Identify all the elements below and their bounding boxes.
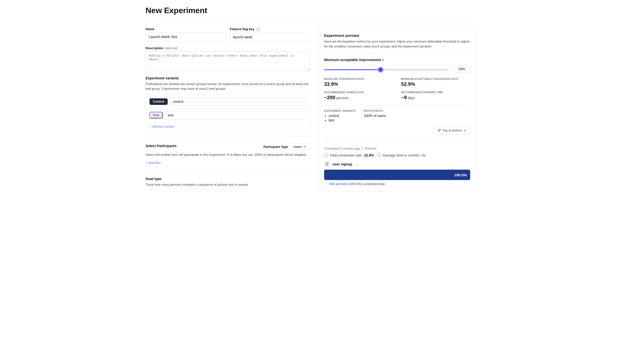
stats-row: i Total conversion rate: 33.9% i Average…: [324, 153, 470, 157]
avg-time-label: Average time to convert:: [383, 153, 420, 157]
sample-size-metric: RECOMMENDED SAMPLE SIZE ~200 persons: [324, 91, 393, 100]
baseline-conversion-label: BASELINE CONVERSION RATE: [324, 78, 393, 80]
add-filter-button[interactable]: + Add filter: [146, 161, 161, 165]
baseline-conversion-value: 33.9%: [324, 81, 393, 87]
sort-chevron-icon: [464, 129, 466, 132]
variants-box: Control Test + Add test variant: [146, 95, 310, 131]
funnel-persons: 310 persons: [329, 182, 348, 186]
participants-preview-value: 100% of users: [364, 114, 386, 118]
participants-preview-label: PARTICIPANTS: [364, 110, 386, 112]
test-row: Test: [146, 109, 310, 122]
funnel-bar: 100.0%: [324, 170, 470, 180]
running-time-label: RECOMMENDED RUNNING TIME: [401, 91, 470, 94]
total-conversion-label: Total conversion rate:: [330, 153, 363, 157]
min-acceptable-metric: MINIMUM ACCEPTABLE CONVERSION RATE 52.9%: [401, 78, 470, 87]
goal-type-desc: Track how many persons complete a sequen…: [146, 182, 310, 187]
baseline-conversion-metric: BASELINE CONVERSION RATE 33.9%: [324, 78, 393, 87]
goal-section: Goal type Track how many persons complet…: [146, 177, 310, 187]
variant-control-item: control: [329, 114, 356, 118]
slider-row: 19%: [324, 65, 470, 73]
funnel-name: user signup: [333, 162, 352, 166]
slider-value: 19%: [453, 65, 470, 73]
control-input[interactable]: [170, 97, 306, 106]
test-input[interactable]: [165, 111, 306, 119]
title-divider: [146, 21, 476, 21]
sort-row: Top to bottom: [324, 127, 470, 134]
goal-type-title: Goal type: [146, 177, 310, 181]
variants-preview-label: EXPERIMENT VARIANTS: [324, 110, 356, 112]
name-group: Name: [146, 27, 226, 41]
description-group: Description (optional): [146, 46, 310, 71]
funnel-header: 1 user signup ...: [324, 161, 470, 167]
min-acceptable-label: MINIMUM ACCEPTABLE CONVERSION RATE: [401, 78, 470, 80]
step-badge: 1: [324, 161, 330, 167]
filter-icon: [438, 129, 441, 132]
participants-divider: [146, 171, 310, 171]
participant-type-group: Participant Type Users: [263, 143, 310, 150]
arrow-icon: →: [324, 182, 327, 186]
participants-desc: Select the entities who will participate…: [146, 152, 310, 157]
variants-desc: Participants are divided into variant gr…: [146, 82, 310, 91]
variants-participants-row: EXPERIMENT VARIANTS control test PARTICI…: [324, 110, 470, 123]
chevron-down-icon: [303, 145, 306, 148]
sample-size-value: ~200 persons: [324, 95, 393, 100]
variant-test-item: test: [329, 118, 356, 122]
select-participants-title: Select Participants: [146, 144, 177, 148]
left-panel: Name Feature flag key i Description (opt…: [146, 27, 310, 191]
running-time-value: ~9 days: [401, 95, 470, 100]
add-variant-row: + Add test variant: [146, 122, 310, 131]
control-row: Control: [146, 95, 310, 109]
computed-row: Computed 2 minutes ago • Refresh: [324, 147, 470, 150]
avg-time-value: 0s: [422, 153, 426, 157]
sample-size-label: RECOMMENDED SAMPLE SIZE: [324, 91, 393, 94]
feature-flag-input[interactable]: [230, 33, 310, 41]
avg-time-info-icon[interactable]: i: [377, 153, 381, 157]
improvement-info-icon[interactable]: i: [383, 58, 384, 62]
funnel-completed: completed step: [363, 182, 385, 186]
participant-type-label: Participant Type: [263, 145, 288, 149]
metrics-grid: BASELINE CONVERSION RATE 33.9% MINIMUM A…: [324, 78, 470, 100]
variants-divider: [146, 137, 310, 137]
preview-desc: Here are the baseline metrics for your e…: [324, 39, 470, 49]
feature-flag-info-icon[interactable]: i: [256, 27, 260, 31]
min-acceptable-value: 52.9%: [401, 81, 470, 87]
slider-container: [324, 67, 449, 71]
computed-text: Computed 2 minutes ago: [324, 147, 360, 150]
dot-separator: •: [362, 147, 363, 150]
participants-preview-group: PARTICIPANTS 100% of users: [364, 110, 386, 123]
improvement-slider[interactable]: [324, 69, 449, 70]
funnel-pct-text: (100.0%): [349, 182, 362, 186]
name-label: Name: [146, 27, 226, 31]
participant-type-select[interactable]: Users: [290, 143, 310, 150]
preview-divider-2: [324, 105, 470, 106]
variants-title: Experiment variants: [146, 76, 310, 80]
description-label: Description (optional): [146, 46, 310, 50]
refresh-link[interactable]: Refresh: [365, 147, 377, 150]
feature-flag-label: Feature flag key i: [230, 27, 310, 31]
funnel-menu-icon[interactable]: ...: [355, 162, 358, 166]
participant-type-value: Users: [293, 145, 302, 149]
preview-divider-1: [324, 54, 470, 54]
participants-header: Select Participants Participant Type Use…: [146, 143, 310, 150]
control-badge[interactable]: Control: [149, 98, 168, 105]
right-panel: Experiment preview Here are the baseline…: [318, 27, 476, 192]
variants-list: control test: [324, 114, 356, 122]
name-input[interactable]: [146, 32, 226, 41]
preview-divider-3: [324, 138, 470, 138]
funnel-bar-value: 100.0%: [454, 173, 467, 177]
sort-button[interactable]: Top to bottom: [434, 127, 470, 134]
page-title: New Experiment: [146, 6, 476, 15]
feature-flag-group: Feature flag key i: [230, 27, 310, 41]
add-variant-button[interactable]: + Add test variant: [149, 125, 174, 128]
name-flagkey-row: Name Feature flag key i: [146, 27, 310, 41]
description-input[interactable]: [146, 51, 310, 71]
improvement-label: Minimum acceptable improvement i: [324, 58, 470, 62]
total-conversion-info-icon[interactable]: i: [324, 153, 328, 157]
test-badge[interactable]: Test: [149, 112, 163, 118]
funnel-footer: → 310 persons (100.0%) completed step: [324, 182, 470, 186]
bottom-section: Computed 2 minutes ago • Refresh i Total…: [324, 142, 470, 186]
funnel-section: 1 user signup ... 100.0% → 310 persons (…: [324, 161, 470, 186]
variants-preview-group: EXPERIMENT VARIANTS control test: [324, 110, 356, 123]
running-time-metric: RECOMMENDED RUNNING TIME ~9 days: [401, 91, 470, 100]
sort-label: Top to bottom: [442, 129, 462, 132]
